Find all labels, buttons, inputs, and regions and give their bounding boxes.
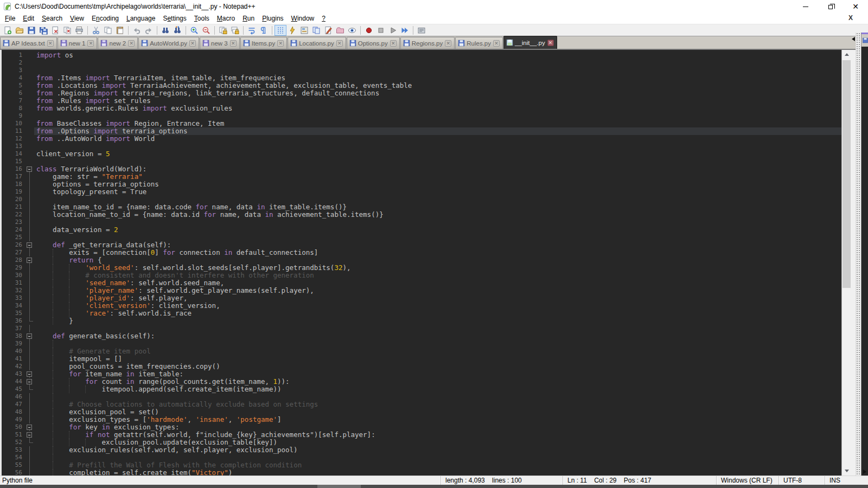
tab-rules-py[interactable]: Rules.py✕ [455, 37, 503, 49]
code-line[interactable]: 56 completion = self.create_item("Victor… [2, 469, 841, 476]
scroll-up-icon[interactable] [842, 50, 851, 59]
tab-locations-py[interactable]: Locations.py✕ [288, 37, 346, 49]
code-line[interactable]: 34 'client_version': client_version, [2, 302, 841, 310]
code-line[interactable]: 2 [2, 59, 841, 67]
macro-record-button[interactable] [363, 25, 375, 36]
macro-stop-button[interactable] [375, 25, 387, 36]
code-line[interactable]: 4from .Items import TerrariaItem, item_t… [2, 74, 841, 82]
tab-items-py[interactable]: Items.py✕ [240, 37, 287, 49]
code-line[interactable]: 49 exclusion_types = ['hardmode', 'insan… [2, 416, 841, 423]
monitoring-button[interactable] [346, 25, 358, 36]
code-line[interactable]: 44 for count in range(pool_counts.get(it… [2, 378, 841, 386]
code-line[interactable]: 5from .Locations import TerrariaAchievem… [2, 82, 841, 89]
code-line[interactable]: 8from worlds.generic.Rules import exclus… [2, 105, 841, 112]
fold-margin[interactable] [25, 165, 34, 173]
menu-item-encoding[interactable]: Encoding [88, 14, 123, 23]
code-line[interactable]: 10from BaseClasses import Region, Entran… [2, 120, 841, 127]
fold-margin[interactable] [25, 378, 34, 386]
tab-init-py[interactable]: __init__.py✕ [503, 36, 557, 49]
define-language-button[interactable] [322, 25, 334, 36]
restore-button[interactable] [818, 0, 843, 13]
tab-options-py[interactable]: Options.py✕ [347, 37, 400, 49]
code-line[interactable]: 18 options = terraria_options [2, 181, 841, 188]
tab-close-icon[interactable]: ✕ [493, 40, 500, 47]
code-line[interactable]: 26 def _get_terraria_data(self): [2, 241, 841, 249]
menu-item-file[interactable]: File [1, 14, 19, 23]
code-line[interactable]: 47 # Choose locations to automatically e… [2, 401, 841, 408]
code-line[interactable]: 22 location_name_to_id = {name: data.id … [2, 211, 841, 219]
close-button[interactable]: ✕ [843, 0, 868, 13]
minimize-button[interactable] [793, 0, 818, 13]
code-editor[interactable]: 1import os234from .Items import Terraria… [2, 50, 841, 476]
menu-item-search[interactable]: Search [38, 14, 66, 23]
code-line[interactable]: 15 [2, 158, 841, 165]
code-line[interactable]: 21 item_name_to_id = {name: data.code fo… [2, 203, 841, 211]
code-line[interactable]: 23 [2, 219, 841, 226]
replace-button[interactable] [171, 25, 183, 36]
paste-button[interactable] [114, 25, 126, 36]
tab-close-icon[interactable]: ✕ [277, 40, 284, 47]
macro-play-button[interactable] [387, 25, 399, 36]
code-line[interactable]: 1import os [2, 52, 841, 59]
tab-close-icon[interactable]: ✕ [189, 40, 196, 47]
save-file-button[interactable] [25, 25, 37, 36]
vertical-scrollbar[interactable] [841, 50, 851, 476]
code-line[interactable]: 41 itempool = [] [2, 355, 841, 363]
code-line[interactable]: 36 } [2, 317, 841, 325]
close-file-button[interactable] [49, 25, 61, 36]
new-file-button[interactable] [2, 25, 14, 36]
document-map-button[interactable] [298, 25, 310, 36]
document-list-button[interactable] [310, 25, 322, 36]
function-list-button[interactable] [286, 25, 298, 36]
undo-button[interactable] [131, 25, 143, 36]
close-all-button[interactable] [61, 25, 73, 36]
splitter-grip[interactable] [856, 33, 861, 476]
copy-button[interactable] [102, 25, 114, 36]
tab-close-icon[interactable]: ✕ [47, 40, 54, 47]
folder-as-workspace-button[interactable] [334, 25, 346, 36]
redo-button[interactable] [143, 25, 155, 36]
code-line[interactable]: 42 pool_counts = item_frequencies.copy() [2, 363, 841, 370]
tab-close-icon[interactable]: ✕ [547, 40, 554, 46]
tab-scroll-left-icon[interactable] [852, 37, 855, 41]
code-line[interactable]: 35 'race': self.world.is_race [2, 310, 841, 317]
tab-close-icon[interactable]: ✕ [390, 40, 397, 47]
macro-run-multiple-button[interactable] [399, 25, 411, 36]
menu-item-run[interactable]: Run [239, 14, 258, 23]
code-line[interactable]: 12from ..AutoWorld import World [2, 135, 841, 143]
menu-item-edit[interactable]: Edit [19, 14, 38, 23]
menu-item-view[interactable]: View [66, 14, 88, 23]
code-line[interactable]: 37 [2, 325, 841, 332]
print-button[interactable] [73, 25, 85, 36]
scroll-down-icon[interactable] [842, 466, 851, 476]
code-line[interactable]: 55 # Prefill the Wall of Flesh with the … [2, 461, 841, 469]
code-line[interactable]: 27 exits = [connection[0] for connection… [2, 249, 841, 256]
menu-item-plugins[interactable]: Plugins [258, 14, 287, 23]
tab-autoworld-py[interactable]: AutoWorld.py✕ [138, 37, 199, 49]
menu-item-help[interactable]: ? [318, 14, 329, 23]
open-file-button[interactable] [14, 25, 25, 36]
code-line[interactable]: 19 topology_present = True [2, 188, 841, 196]
code-line[interactable]: 14client_version = 5 [2, 150, 841, 158]
code-line[interactable]: 54 [2, 454, 841, 461]
macro-save-button[interactable] [416, 25, 427, 36]
fold-margin[interactable] [25, 332, 34, 340]
code-line[interactable]: 52 exclusion_pool.update(exclusion_table… [2, 439, 841, 446]
save-all-button[interactable] [37, 25, 49, 36]
code-line[interactable]: 28 return { [2, 256, 841, 264]
menu-close-icon[interactable]: X [848, 14, 853, 22]
code-line[interactable]: 39 [2, 340, 841, 348]
tab-regions-py[interactable]: Regions.py✕ [400, 37, 455, 49]
code-line[interactable]: 53 exclusion_rules(self.world, self.play… [2, 446, 841, 454]
tab-new-2[interactable]: new 2✕ [98, 37, 138, 49]
scrollbar-track[interactable] [842, 59, 851, 466]
tab-new-3[interactable]: new 3✕ [200, 37, 240, 49]
menu-item-settings[interactable]: Settings [159, 14, 190, 23]
fold-margin[interactable] [25, 241, 34, 249]
tab-new-1[interactable]: new 1✕ [58, 37, 98, 49]
tab-close-icon[interactable]: ✕ [87, 40, 94, 47]
tab-close-icon[interactable]: ✕ [445, 40, 451, 47]
code-line[interactable]: 50 for key in exclusion_types: [2, 423, 841, 431]
menu-item-macro[interactable]: Macro [213, 14, 239, 23]
code-line[interactable]: 29 'world_seed': self.world.slot_seeds[s… [2, 264, 841, 272]
